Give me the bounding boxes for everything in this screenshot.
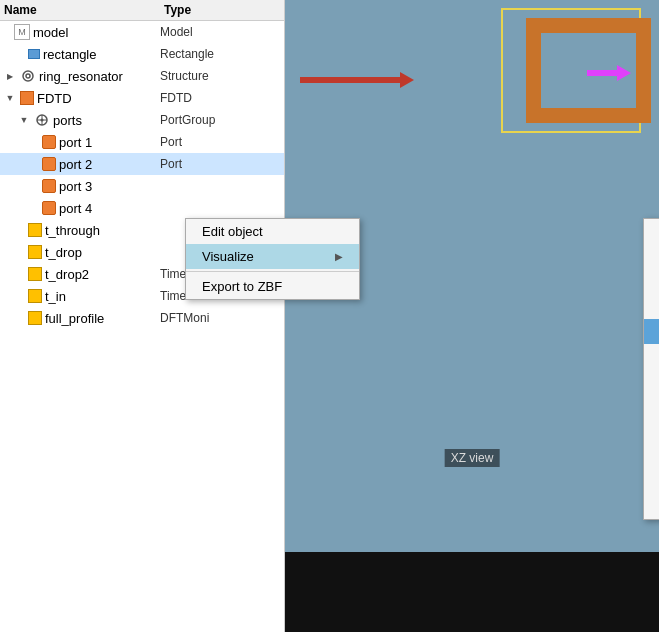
tin-icon bbox=[28, 289, 42, 303]
tree-header: Name Type bbox=[0, 0, 284, 21]
expander-ports[interactable]: ▼ bbox=[14, 113, 34, 127]
type-cell: Port bbox=[160, 135, 280, 149]
expander-fullprofile bbox=[14, 311, 28, 325]
type-cell: FDTD bbox=[160, 91, 280, 105]
node-label: t_in bbox=[45, 289, 66, 304]
svg-point-0 bbox=[23, 71, 33, 81]
node-label: t_drop bbox=[45, 245, 82, 260]
type-cell: Rectangle bbox=[160, 47, 280, 61]
expander-port3 bbox=[28, 179, 42, 193]
node-label: port 4 bbox=[59, 201, 92, 216]
magenta-shaft bbox=[587, 70, 617, 76]
node-label: rectangle bbox=[43, 47, 96, 62]
type-cell: Structure bbox=[160, 69, 280, 83]
red-arrowhead bbox=[400, 72, 414, 88]
tdrop2-icon bbox=[28, 267, 42, 281]
context-menu-2: E H P S T TE polarization fraction expan… bbox=[643, 218, 659, 520]
port1-icon bbox=[42, 135, 56, 149]
magenta-arrow bbox=[587, 65, 631, 81]
ring-icon bbox=[20, 69, 36, 83]
fdtd-icon bbox=[20, 91, 34, 105]
tree-row[interactable]: port 1 Port bbox=[0, 131, 284, 153]
model-icon: M bbox=[14, 24, 30, 40]
expander-ring[interactable]: ▶ bbox=[0, 69, 20, 83]
right-panel: XZ view E H P S T TE polarization fracti… bbox=[285, 0, 659, 632]
magenta-arrowhead bbox=[617, 65, 631, 81]
submenu-item-T[interactable]: T bbox=[644, 319, 659, 344]
node-label: port 2 bbox=[59, 157, 92, 172]
node-label: port 3 bbox=[59, 179, 92, 194]
submenu-item-loss[interactable]: loss bbox=[644, 444, 659, 469]
bottom-bar bbox=[285, 552, 659, 632]
port4-icon bbox=[42, 201, 56, 215]
type-cell: Port bbox=[160, 157, 280, 171]
tree-row[interactable]: ▼ FDTD FDTD bbox=[0, 87, 284, 109]
submenu-item-farfield[interactable]: farfield bbox=[644, 394, 659, 419]
expander-fdtd[interactable]: ▼ bbox=[0, 91, 20, 105]
port2-icon bbox=[42, 157, 56, 171]
node-label: ring_resonator bbox=[39, 69, 123, 84]
tree-area: M model Model rectangle Rectangle ▶ bbox=[0, 21, 284, 632]
tthrough-icon bbox=[28, 223, 42, 237]
expander-tdrop bbox=[14, 245, 28, 259]
submenu-item-mode-profiles[interactable]: mode profiles bbox=[644, 469, 659, 494]
expander-port4 bbox=[28, 201, 42, 215]
submenu-item-grid[interactable]: grid bbox=[644, 419, 659, 444]
ports-icon bbox=[34, 113, 50, 127]
type-cell: DFTMoni bbox=[160, 311, 280, 325]
context-menu-1: Edit object Visualize ▶ Export to ZBF bbox=[185, 218, 360, 300]
tree-row[interactable]: M model Model bbox=[0, 21, 284, 43]
tree-row-port2[interactable]: port 2 Port bbox=[0, 153, 284, 175]
menu-divider bbox=[186, 271, 359, 272]
red-arrow bbox=[300, 72, 414, 88]
node-label: t_drop2 bbox=[45, 267, 89, 282]
expander-model[interactable] bbox=[0, 25, 14, 39]
menu-item-visualize[interactable]: Visualize ▶ bbox=[186, 244, 359, 269]
tree-row[interactable]: rectangle Rectangle bbox=[0, 43, 284, 65]
fullprofile-icon bbox=[28, 311, 42, 325]
expander-rect bbox=[14, 47, 28, 61]
tdrop-icon bbox=[28, 245, 42, 259]
red-shaft bbox=[300, 77, 400, 83]
submenu-item-expansion[interactable]: expansion for port monitor bbox=[644, 369, 659, 394]
tree-row[interactable]: full_profile DFTMoni bbox=[0, 307, 284, 329]
node-label: full_profile bbox=[45, 311, 104, 326]
tree-row[interactable]: port 4 bbox=[0, 197, 284, 219]
port3-icon bbox=[42, 179, 56, 193]
expander-tthrough bbox=[14, 223, 28, 237]
node-label: port 1 bbox=[59, 135, 92, 150]
expander-port2 bbox=[28, 157, 42, 171]
rect-icon bbox=[28, 49, 40, 59]
submenu-item-H[interactable]: H bbox=[644, 244, 659, 269]
submenu-item-P[interactable]: P bbox=[644, 269, 659, 294]
expander-tdrop2 bbox=[14, 267, 28, 281]
tree-row[interactable]: port 3 bbox=[0, 175, 284, 197]
node-label: ports bbox=[53, 113, 82, 128]
tree-row[interactable]: ▶ ring_resonator Structure bbox=[0, 65, 284, 87]
column-name: Name bbox=[4, 3, 164, 17]
submenu-item-neff[interactable]: neff bbox=[644, 494, 659, 519]
tree-row[interactable]: ▼ ports PortGroup bbox=[0, 109, 284, 131]
type-cell: Model bbox=[160, 25, 280, 39]
submenu-item-E[interactable]: E bbox=[644, 219, 659, 244]
svg-point-1 bbox=[26, 74, 30, 78]
submenu-arrow: ▶ bbox=[335, 251, 343, 262]
submenu-item-TE[interactable]: TE polarization fraction bbox=[644, 344, 659, 369]
node-label: FDTD bbox=[37, 91, 72, 106]
node-label: t_through bbox=[45, 223, 100, 238]
node-label: model bbox=[33, 25, 68, 40]
menu-item-edit[interactable]: Edit object bbox=[186, 219, 359, 244]
menu-item-export[interactable]: Export to ZBF bbox=[186, 274, 359, 299]
left-panel: Name Type M model Model rectangle Rectan… bbox=[0, 0, 285, 632]
expander-tin bbox=[14, 289, 28, 303]
type-cell: PortGroup bbox=[160, 113, 280, 127]
view-label: XZ view bbox=[445, 449, 500, 467]
column-type: Type bbox=[164, 3, 280, 17]
submenu-item-S[interactable]: S bbox=[644, 294, 659, 319]
expander-port1 bbox=[28, 135, 42, 149]
